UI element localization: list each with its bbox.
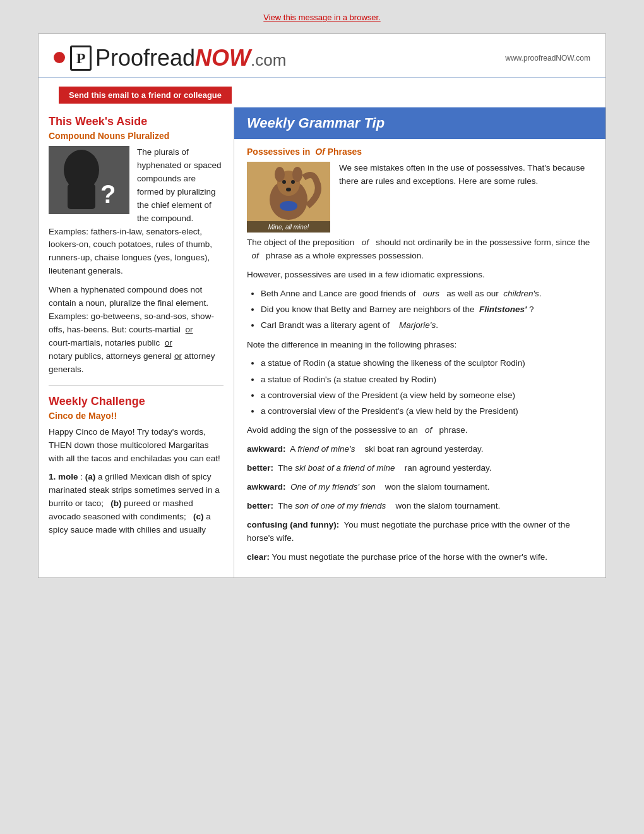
svg-point-7 [275,167,285,182]
right-column: Weekly Grammar Tip Possessives in Of Phr… [234,107,605,577]
entry1c-label: (c) [193,512,204,521]
of-italic: Of [315,147,325,157]
header-url: www.proofreadNOW.com [505,54,590,63]
two-col-layout: This Week's Aside Compound Nouns Plurali… [39,107,605,577]
weekly-challenge-section: Weekly Challenge Cinco de Mayo!! Happy C… [49,395,224,537]
email-header: P ProofreadNOW.com www.proofreadNOW.com [39,34,605,78]
note-bullets-list: a statue of Rodin (a statue showing the … [247,357,593,418]
possessives-intro: Mine, all mine! We see mistakes often in… [247,162,593,236]
compound-nouns-subtitle: Compound Nouns Pluralized [49,131,224,141]
entry1a-label: (a) [85,472,96,481]
challenge-body1: Happy Cinco de Mayo! Try today's words, … [49,426,224,466]
entry1b-label: (b) [110,499,121,508]
compound-nouns-content: ? The plurals of hyphenated or spaced co… [49,146,224,284]
or-text-3: or [174,351,182,361]
view-in-browser-link[interactable]: View this message in a browser. [263,13,380,22]
or-text-2: or [165,338,172,348]
better2: better: The son of one of my friends won… [247,500,593,513]
awkward1: awkward: A friend of mine's ski boat ran… [247,443,593,456]
list-item: a statue of Rodin (a statue showing the … [261,357,593,370]
svg-text:?: ? [100,180,116,208]
or-text-1: or [186,325,193,334]
svg-point-10 [291,180,295,184]
awkward2: awkward: One of my friends' son won the … [247,481,593,494]
svg-point-9 [282,180,286,184]
list-item: Beth Anne and Lance are good friends of … [261,287,593,300]
of-phrase: of [252,251,259,260]
send-email-bar[interactable]: Send this email to a friend or colleague [59,87,232,104]
list-item: a controversial view of the President's … [261,405,593,418]
left-column: This Week's Aside Compound Nouns Plurali… [39,107,234,577]
weekly-challenge-title: Weekly Challenge [49,395,224,408]
logo-area: P ProofreadNOW.com [54,45,286,71]
email-container: P ProofreadNOW.com www.proofreadNOW.com … [38,33,606,578]
challenge-entry1: 1. mole : (a) a grilled Mexican dish of … [49,471,224,537]
svg-point-12 [280,201,297,211]
possessives-body3: However, possessives are used in a few i… [247,269,593,282]
logo-com: .com [251,51,286,70]
entry1-label: 1. mole [49,472,78,481]
this-weeks-aside-title: This Week's Aside [49,115,224,128]
clear: clear: You must negotiate the purchase p… [247,551,593,564]
list-item: Did you know that Betty and Barney are n… [261,303,593,316]
avoid-of: of [425,425,432,435]
note-text: Note the difference in meaning in the fo… [247,339,593,352]
compound-nouns-body2: When a hyphenated compound does not cont… [49,284,224,376]
of-preposition: of [362,238,369,247]
list-item: a statue of Rodin's (a statue created by… [261,373,593,386]
possessives-examples-list: Beth Anne and Lance are good friends of … [247,287,593,332]
svg-text:Mine, all mine!: Mine, all mine! [268,224,309,231]
list-item: Carl Brandt was a literary agent of Marj… [261,319,593,332]
better1: better: The ski boat of a friend of mine… [247,462,593,475]
grammar-tip-header: Weekly Grammar Tip [234,107,605,139]
possessives-subtitle: Possessives in Of Phrases [247,147,593,157]
squirrel-image: Mine, all mine! [247,162,330,233]
cinco-subtitle: Cinco de Mayo!! [49,411,224,421]
compound-nouns-image: ? [49,146,129,214]
right-col-content: Possessives in Of Phrases [234,139,605,577]
svg-point-11 [286,188,291,191]
list-item: a controversial view of the President (a… [261,389,593,402]
svg-point-8 [292,167,302,182]
logo-now: NOW [195,45,251,71]
svg-rect-2 [68,184,95,209]
confusing: confusing (and funny): You must negotiat… [247,519,593,545]
possessives-body2: The object of the preposition of should … [247,236,593,263]
avoid-text: Avoid adding the sign of the possessive … [247,424,593,437]
